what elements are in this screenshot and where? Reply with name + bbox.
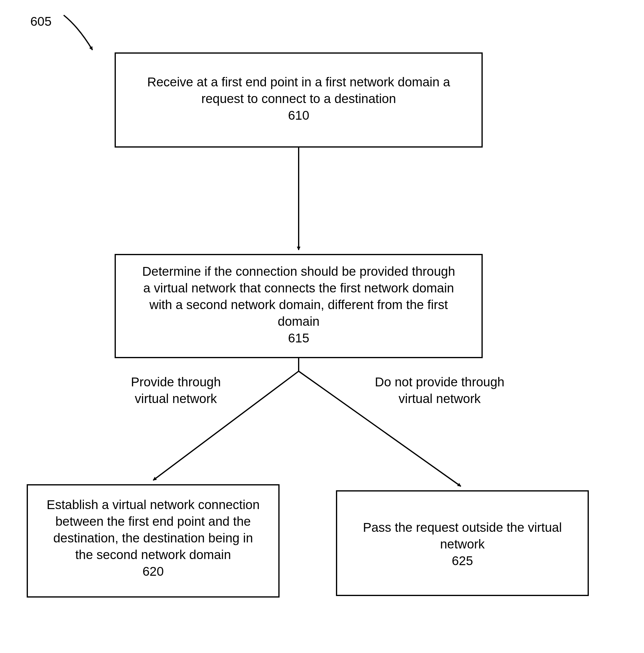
box-615-line4: domain	[278, 314, 320, 329]
box-625-line2: network	[440, 537, 485, 551]
box-615-line3: with a second network domain, different …	[149, 297, 448, 312]
branch-left-line2: virtual network	[135, 391, 217, 406]
box-610-num: 610	[288, 108, 309, 122]
branch-left-line1: Provide through	[131, 375, 221, 389]
branch-right-line2: virtual network	[399, 391, 481, 406]
box-625-num: 625	[452, 554, 473, 568]
box-620-line1: Establish a virtual network connection	[47, 498, 260, 512]
box-615-num: 615	[288, 331, 309, 345]
box-620-line3: destination, the destination being in	[53, 531, 253, 545]
box-620-line2: between the first end point and the	[55, 514, 251, 529]
box-610-line1: Receive at a first end point in a first …	[147, 75, 450, 89]
box-620-line4: the second network domain	[75, 548, 231, 562]
flowchart: 605 Receive at a first end point in a fi…	[0, 0, 644, 653]
box-625-line1: Pass the request outside the virtual	[363, 520, 562, 534]
ref-label: 605	[30, 14, 51, 28]
box-615-line1: Determine if the connection should be pr…	[142, 264, 455, 279]
box-610-line2: request to connect to a destination	[201, 92, 396, 106]
box-615-line2: a virtual network that connects the firs…	[143, 281, 454, 295]
branch-right-line1: Do not provide through	[375, 375, 504, 389]
ref-arrow	[64, 15, 92, 50]
box-620-num: 620	[142, 564, 164, 578]
